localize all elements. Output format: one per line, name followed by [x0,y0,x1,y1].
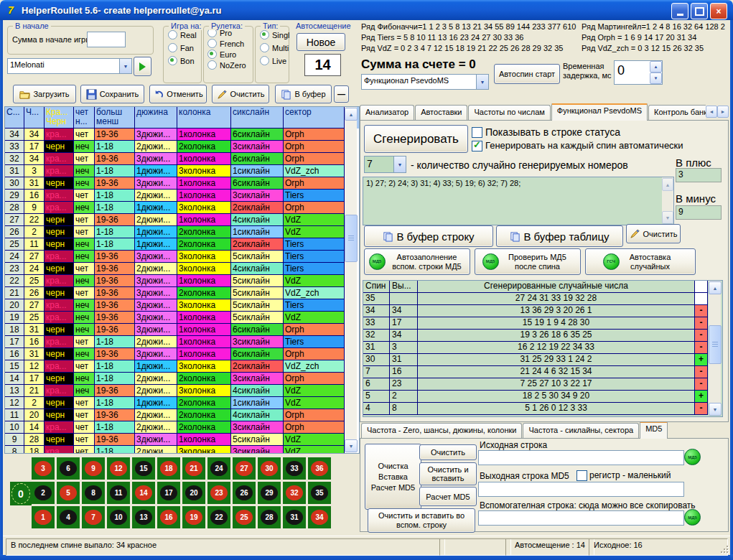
delay-spinner[interactable]: 0 ▲ ▼ [614,60,663,85]
board-number-32[interactable]: 32 [283,482,306,504]
radio-option-Bon[interactable]: Bon [168,56,201,65]
show-in-status-checkbox[interactable] [472,127,482,138]
radio-icon[interactable] [207,39,217,48]
scroll-down-icon[interactable]: ▼ [345,439,358,452]
board-number-24[interactable]: 24 [207,457,230,480]
tab-Частота - Zero, шансы, дюжины, колонки[interactable]: Частота - Zero, шансы, дюжины, колонки [361,423,522,439]
radio-option-French[interactable]: French [207,39,253,48]
board-number-4[interactable]: 4 [57,506,80,528]
board-number-22[interactable]: 22 [207,506,230,528]
md5-aux-button[interactable]: МД5 [684,509,701,526]
board-number-2[interactable]: 2 [32,482,55,504]
aux-string-input[interactable] [478,510,684,526]
radio-icon[interactable] [260,43,269,52]
md5-big-button[interactable]: Очистка Вставка Расчет MD5 [365,444,421,510]
tab-Функционал PsevdoMS[interactable]: Функционал PsevdoMS [551,103,648,121]
clear-generated-button[interactable]: Очистить [626,224,681,243]
radio-icon[interactable] [260,30,269,39]
chevron-down-icon[interactable]: ▼ [476,75,488,89]
board-number-34[interactable]: 34 [308,506,331,528]
board-number-30[interactable]: 30 [258,457,281,480]
board-number-11[interactable]: 11 [107,482,130,504]
board-number-13[interactable]: 13 [132,506,155,528]
board-number-23[interactable]: 23 [207,482,230,504]
board-number-26[interactable]: 26 [233,482,256,504]
undo-button[interactable]: Отменить [149,85,207,103]
clear-paste-aux-button[interactable]: Очистить и вставить во вспом. строку [368,508,475,533]
board-number-5[interactable]: 5 [57,482,80,504]
generated-area-scrollbar[interactable]: ▲ ▼ [662,177,673,223]
board-number-27[interactable]: 27 [233,457,256,480]
board-number-28[interactable]: 28 [258,506,281,528]
board-number-16[interactable]: 16 [157,506,180,528]
to-buffer-button[interactable]: В буфер [275,85,332,103]
tab-Частоты по числам[interactable]: Частоты по числам [468,105,550,121]
board-number-3[interactable]: 3 [32,457,55,480]
collapse-button[interactable]: — [334,85,349,103]
board-number-9[interactable]: 9 [82,457,105,480]
close-button[interactable]: × [710,3,727,19]
spinner-down-icon[interactable]: ▼ [650,73,662,84]
board-number-17[interactable]: 17 [157,482,180,504]
board-number-0[interactable]: 0 [10,482,32,505]
spin-table-scrollbar[interactable]: ▲ ▼ [709,281,721,415]
radio-icon[interactable] [207,60,217,70]
scroll-up-icon[interactable]: ▲ [709,281,722,294]
board-number-18[interactable]: 18 [157,457,180,480]
tab-scroll-right-icon[interactable]: ► [717,106,729,118]
radio-option-Real[interactable]: Real [168,30,201,39]
autobet-random-button[interactable]: ГСЧ Автоставка случайных [585,248,696,275]
board-number-1[interactable]: 1 [32,506,55,528]
scroll-down-icon[interactable]: ▼ [709,403,722,416]
board-number-35[interactable]: 35 [308,482,331,504]
tab-Автоставки[interactable]: Автоставки [415,105,467,121]
board-number-7[interactable]: 7 [82,506,105,528]
tab-Контроль банкро[interactable]: Контроль банкро [648,105,706,121]
board-number-8[interactable]: 8 [82,482,105,504]
md5-clear-button[interactable]: Очистить [419,444,477,460]
scroll-up-icon[interactable]: ▲ [345,108,358,121]
autospin-start-button[interactable]: Автоспин старт [494,64,560,84]
board-number-29[interactable]: 29 [258,482,281,504]
radio-option-Multi[interactable]: Multi [260,43,289,52]
board-number-31[interactable]: 31 [283,506,306,528]
board-number-6[interactable]: 6 [57,457,80,480]
play-button[interactable] [134,57,151,76]
generate-button[interactable]: Сгенерировать [364,125,468,153]
radio-icon[interactable] [168,43,177,52]
scroll-up-icon[interactable]: ▲ [662,178,673,191]
tab-scroll-left-icon[interactable]: ◄ [706,106,717,118]
board-number-12[interactable]: 12 [107,457,130,480]
functional-combobox[interactable]: Функционал PsevdoMS ▼ [361,74,489,90]
radio-icon[interactable] [207,50,217,59]
buffer-row-button[interactable]: В буфер строку [364,225,493,247]
title-bar[interactable]: 7 HelperRoullet 5.6- create helperroulle… [0,0,733,20]
source-string-input[interactable] [478,450,684,465]
start-sum-input[interactable] [87,32,126,47]
minimize-button[interactable] [671,3,688,19]
history-scrollbar[interactable]: ▲ ▼ [345,107,357,452]
history-scroll-thumb[interactable] [345,215,358,262]
board-number-10[interactable]: 10 [107,506,130,528]
save-button[interactable]: Сохранить [80,85,144,103]
radio-icon[interactable] [168,30,177,39]
resize-grip[interactable] [719,543,729,554]
generate-each-spin-checkbox[interactable] [472,141,482,151]
load-button[interactable]: Загрузить [13,85,76,103]
lowercase-checkbox[interactable] [576,470,587,481]
radio-option-Singl[interactable]: Singl [260,30,289,39]
board-number-33[interactable]: 33 [283,457,306,480]
spinner-up-icon[interactable]: ▲ [650,61,662,73]
md5-source-button[interactable]: МД5 [684,449,701,465]
board-number-25[interactable]: 25 [233,506,256,528]
radio-option-Fan[interactable]: Fan [168,43,201,52]
autofill-md5-button[interactable]: МД5 Автозаполнение вспом. строки МД5 [364,248,470,275]
md5-clear-paste-button[interactable]: Очистить и вставить [419,462,477,485]
board-number-14[interactable]: 14 [132,482,155,504]
clear-button[interactable]: Очистить [212,85,269,103]
maximize-button[interactable] [691,3,708,19]
radio-option-NoZero[interactable]: NoZero [207,60,253,70]
radio-icon[interactable] [168,56,177,65]
tab-Анализатор[interactable]: Анализатор [360,105,414,121]
delay-value[interactable]: 0 [615,61,650,84]
